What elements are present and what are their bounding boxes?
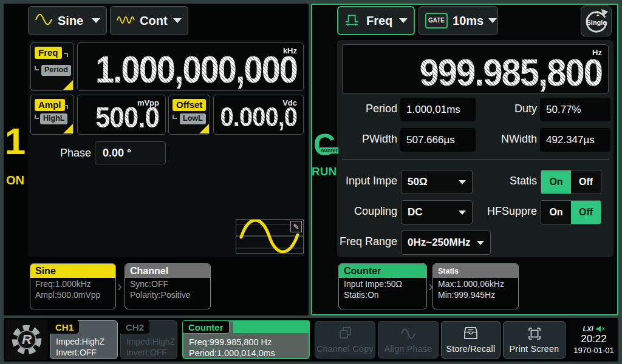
channel-copy-button[interactable]: Channel Copy <box>315 321 375 359</box>
chevron-down-icon <box>92 18 100 23</box>
tab-channel-line2: Polarity:Positive <box>125 289 210 300</box>
hf-suppress-off-button[interactable]: Off <box>571 201 601 224</box>
settings-divider <box>342 159 609 160</box>
edit-waveform-icon[interactable]: ✎ <box>290 221 302 232</box>
store-recall-label: Store/Recall <box>446 344 495 354</box>
counter-status-header-strip <box>233 320 310 333</box>
counter-run-state: RUN <box>312 165 337 178</box>
counter-main-display: Hz 999.985,800 <box>342 44 609 94</box>
clock-date: 1970-01-01 <box>573 346 614 355</box>
freq-label: Freq <box>35 47 62 59</box>
ampl-value-display[interactable]: mVpp 500.0 <box>77 95 166 135</box>
tab-counter[interactable]: Counter Input Impe:50Ω Statis:On <box>338 263 427 309</box>
lowl-alt-label: LowL <box>180 113 206 124</box>
ch2-title: CH2 <box>120 320 149 334</box>
pwidth-reading-value: 507.666µs <box>400 128 476 152</box>
single-cycle-arrow-icon: 1 Single <box>583 7 610 35</box>
input-impedance-dropdown[interactable]: 50Ω <box>401 170 473 194</box>
tab-statis-title: Statis <box>433 264 518 278</box>
chevron-down-icon <box>459 211 466 215</box>
phase-label: Phase <box>35 147 91 160</box>
focus-corner-icon <box>64 105 68 109</box>
store-recall-button[interactable]: Store/Recall <box>441 321 501 359</box>
freq-range-label: Freq Range <box>328 235 397 248</box>
tab-channel[interactable]: Channel Sync:OFF Polarity:Positive <box>125 263 211 309</box>
tab-counter-line2: Statis:On <box>339 289 426 300</box>
knob-adjust-icon <box>199 124 209 133</box>
tab-statis[interactable]: Statis Max:1.000,06kHz Min:999.945Hz <box>432 263 519 309</box>
freq-value-display[interactable]: kHz 1.000,000,000 <box>77 42 304 91</box>
freq-range-dropdown[interactable]: 0Hz~250MHz <box>401 231 491 255</box>
chevron-down-icon <box>477 241 484 245</box>
hf-suppress-toggle: On Off <box>541 200 601 224</box>
coupling-label: Coupling <box>328 205 397 218</box>
period-reading-value: 1.000,01ms <box>400 98 476 121</box>
counter-indicator-word: ounter <box>320 147 338 153</box>
counter-frequency-value: 999.985,800 <box>419 53 602 92</box>
tab-chevron-icon: › <box>117 278 122 295</box>
tab-sine[interactable]: Sine Freq:1.000kHz Ampl:500.0mVpp <box>30 263 116 309</box>
gate-time-dropdown[interactable]: GATE 10ms <box>419 6 498 35</box>
channel1-state-badge: ON <box>4 174 27 187</box>
brand-logo: R <box>5 320 48 360</box>
duty-reading-label: Duty <box>480 103 537 115</box>
lxi-badge: LXI <box>583 325 593 332</box>
waveform-select-dropdown[interactable]: Sine <box>28 6 107 35</box>
single-count: 1 <box>596 10 600 17</box>
counter-indicator-letter: C <box>313 130 335 160</box>
system-status-box: LXI 20:22 1970-01-01 <box>569 320 618 360</box>
speaker-muted-icon <box>596 325 605 332</box>
counter-status-card[interactable]: Counter Freq:999.985,800 Hz Period:1.000… <box>182 320 310 359</box>
copy-icon <box>337 326 353 341</box>
waveform-select-label: Sine <box>58 14 83 28</box>
tab-sine-line1: Freq:1.000kHz <box>30 278 115 289</box>
statistics-label: Statis <box>480 175 537 187</box>
offset-value-display[interactable]: Vdc 0.000,0 <box>213 95 304 135</box>
hf-suppress-on-button[interactable]: On <box>541 201 571 224</box>
ampl-value: 500.0 <box>95 103 159 132</box>
print-screen-button[interactable]: Print Screen <box>503 321 566 359</box>
coupling-dropdown[interactable]: DC <box>401 200 473 224</box>
offset-param-button[interactable]: Offset LowL <box>168 95 210 135</box>
nwidth-reading-value: 492.347µs <box>540 128 610 152</box>
period-alt-label: Period <box>41 65 71 76</box>
ch2-impedance: Imped:HighZ <box>126 336 175 347</box>
statistics-off-button[interactable]: Off <box>571 170 601 194</box>
pwidth-reading-label: PWidth <box>340 133 397 146</box>
freq-param-button[interactable]: Freq Period <box>30 42 74 91</box>
continuous-wave-icon <box>117 13 135 29</box>
storage-archive-icon <box>463 326 478 340</box>
counter-function-dropdown[interactable]: Freq <box>337 6 415 35</box>
chevron-down-icon <box>399 18 408 23</box>
chevron-down-icon <box>459 180 466 184</box>
ampl-label: Ampl <box>35 99 65 111</box>
ampl-param-button[interactable]: Ampl HighL <box>30 95 74 135</box>
tab-sine-line2: Ampl:500.0mVpp <box>30 289 115 300</box>
offset-label: Offset <box>173 99 206 111</box>
single-label: Single <box>586 19 606 26</box>
highl-alt-label: HighL <box>40 113 67 124</box>
mode-select-dropdown[interactable]: Cont <box>110 6 188 35</box>
hf-suppress-label: HFSuppre <box>471 205 537 218</box>
input-impedance-label: Input Impe <box>328 175 397 187</box>
phase-input[interactable]: 0.00 ° <box>95 141 166 164</box>
sine-wave-icon <box>35 13 53 29</box>
clock-time: 20:22 <box>581 333 607 345</box>
focus-corner-icon <box>64 53 68 57</box>
ch1-status-card[interactable]: CH1 Imped:HighZ Invert:OFF <box>50 320 118 359</box>
channel1-number[interactable]: 1 <box>4 123 27 160</box>
statistics-on-button[interactable]: On <box>541 170 571 194</box>
period-reading-label: Period <box>340 103 397 115</box>
waveform-preview: ✎ <box>236 219 304 254</box>
offset-value: 0.000,0 <box>220 104 297 130</box>
align-phase-button[interactable]: Align Phase <box>378 321 439 359</box>
coupling-value: DC <box>408 206 423 218</box>
instrument-screen: Sine Cont Freq Period kHz 1.000,000,000 … <box>0 0 622 364</box>
phase-wave-icon <box>399 326 417 341</box>
screenshot-frame-icon <box>527 326 542 341</box>
ch2-status-card[interactable]: CH2 Imped:HighZ Invert:OFF <box>120 320 177 359</box>
counter-status-period: Period:1.000,014,0ms <box>189 348 275 359</box>
focus-corner-icon <box>173 115 177 119</box>
single-trigger-button[interactable]: 1 Single <box>581 5 612 36</box>
statistics-toggle: On Off <box>541 170 601 194</box>
